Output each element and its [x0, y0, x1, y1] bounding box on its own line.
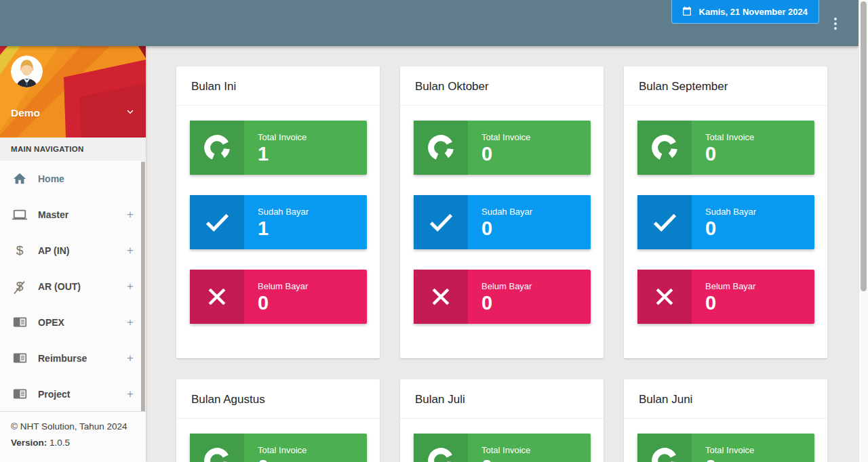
copyright-text: © NHT Solution, Tahun 2024 [11, 421, 135, 432]
check-icon [414, 195, 468, 249]
card-bulan-juni: Bulan Juni Total Invoice0 Sudah Bayar0 [624, 379, 827, 462]
plus-icon: + [127, 316, 134, 328]
nav-section-label: MAIN NAVIGATION [0, 138, 146, 161]
stat-sudah-bayar: Sudah Bayar0 [414, 195, 591, 249]
book-icon [11, 315, 28, 329]
card-title: Bulan Juni [624, 379, 827, 419]
card-bulan-juli: Bulan Juli Total Invoice0 Sudah Bayar0 [400, 379, 604, 462]
stat-sudah-bayar: Sudah Bayar1 [190, 195, 367, 249]
plus-icon: + [127, 388, 134, 400]
data-usage-icon [190, 121, 244, 175]
close-icon [637, 270, 692, 324]
card-title: Bulan Oktober [400, 66, 604, 106]
book-icon [11, 387, 28, 401]
calendar-icon [682, 6, 692, 17]
kebab-menu-icon[interactable] [829, 15, 842, 33]
sidebar: Demo MAIN NAVIGATION Home Master + $ AP … [0, 46, 146, 462]
stat-total-invoice: Total Invoice0 [414, 121, 591, 175]
card-bulan-ini: Bulan Ini Total Invoice1 Sudah Bayar1 [176, 66, 380, 358]
card-title: Bulan Ini [176, 66, 380, 106]
chevron-down-icon[interactable] [124, 106, 136, 121]
cards-grid: Bulan Ini Total Invoice1 Sudah Bayar1 [176, 66, 827, 462]
card-bulan-september: Bulan September Total Invoice0 Sudah Bay… [624, 66, 827, 358]
sidebar-item-ar-out[interactable]: $ AR (OUT) + [0, 268, 146, 304]
sidebar-user-panel: Demo [0, 46, 146, 138]
plus-icon: + [127, 209, 134, 220]
stat-belum-bayar: Belum Bayar0 [637, 270, 814, 324]
page-scrollbar-thumb[interactable] [861, 1, 867, 291]
stat-sudah-bayar: Sudah Bayar0 [637, 195, 814, 249]
data-usage-icon [190, 434, 244, 462]
money-off-icon: $ [11, 279, 28, 294]
sidebar-item-master[interactable]: Master + [0, 196, 146, 232]
check-icon [190, 195, 244, 249]
card-bulan-oktober: Bulan Oktober Total Invoice0 Sudah Bayar… [400, 66, 604, 358]
close-icon [414, 270, 468, 324]
date-label: Kamis, 21 November 2024 [699, 7, 808, 17]
sidebar-item-home[interactable]: Home [0, 161, 146, 196]
plus-icon: + [127, 352, 134, 364]
stat-total-invoice: Total Invoice0 [637, 121, 814, 175]
card-title: Bulan Agustus [176, 379, 380, 419]
data-usage-icon [637, 434, 692, 462]
card-bulan-agustus: Bulan Agustus Total Invoice0 Sudah Bayar… [176, 379, 380, 462]
book-icon [11, 351, 28, 365]
sidebar-footer: © NHT Solution, Tahun 2024 Version: 1.0.… [0, 411, 146, 462]
date-button[interactable]: Kamis, 21 November 2024 [671, 0, 819, 24]
stat-total-invoice: Total Invoice0 [414, 434, 591, 462]
stat-total-invoice: Total Invoice0 [190, 434, 367, 462]
stat-belum-bayar: Belum Bayar0 [190, 270, 367, 324]
stat-total-invoice: Total Invoice1 [190, 121, 367, 175]
sidebar-item-ap-in[interactable]: $ AP (IN) + [0, 232, 146, 268]
dollar-icon: $ [11, 243, 28, 258]
version-text: Version: 1.0.5 [11, 438, 135, 448]
sidebar-nav: Home Master + $ AP (IN) + $ AR (OUT) + [0, 161, 146, 412]
topbar: Kamis, 21 November 2024 [0, 0, 859, 46]
sidebar-item-project[interactable]: Project + [0, 376, 146, 412]
page-scrollbar[interactable] [859, 0, 868, 462]
sidebar-item-reimburse[interactable]: Reimburse + [0, 340, 146, 376]
main-content: Bulan Ini Total Invoice1 Sudah Bayar1 [146, 46, 859, 462]
sidebar-item-opex[interactable]: OPEX + [0, 304, 146, 340]
avatar [11, 56, 43, 87]
user-name: Demo [11, 107, 40, 119]
home-icon [11, 171, 28, 186]
plus-icon: + [127, 280, 134, 292]
stat-total-invoice: Total Invoice0 [637, 434, 814, 462]
stat-belum-bayar: Belum Bayar0 [414, 270, 591, 324]
data-usage-icon [414, 434, 468, 462]
check-icon [637, 195, 692, 249]
card-title: Bulan Juli [400, 379, 604, 419]
card-title: Bulan September [624, 66, 827, 106]
data-usage-icon [637, 121, 692, 175]
plus-icon: + [127, 245, 134, 256]
laptop-icon [11, 207, 28, 222]
data-usage-icon [414, 121, 468, 175]
close-icon [190, 270, 244, 324]
